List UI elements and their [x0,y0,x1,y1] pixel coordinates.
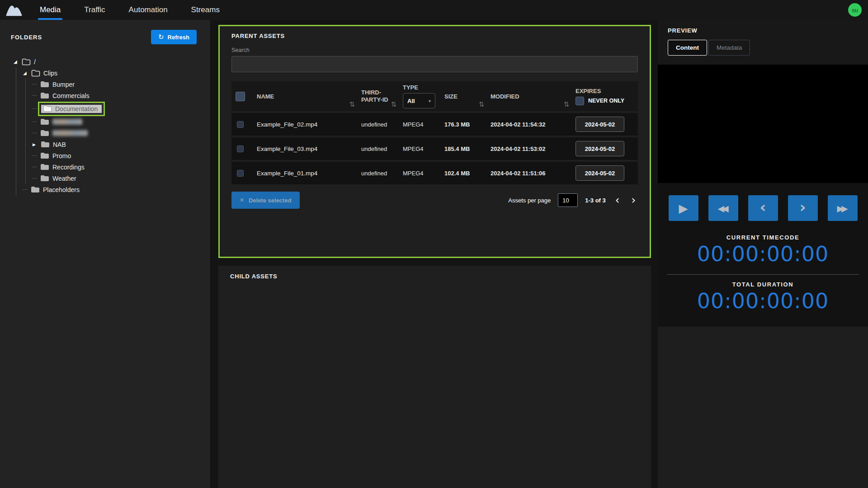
expires-date-button[interactable]: 2024-05-02 [576,117,624,132]
tree-connector [23,189,28,190]
tab-metadata[interactable]: Metadata [708,40,750,56]
tree-connector [33,155,37,156]
asset-row[interactable]: Example_File_02.mp4 undefined MPEG4 176.… [231,113,638,136]
folder-item-blurred-2[interactable] [33,127,197,139]
asset-modified: 2024-04-02 11:51:06 [491,170,576,177]
folder-icon [40,175,49,182]
asset-type: MPEG4 [403,170,444,177]
chevron-down-icon: ▾ [429,99,431,103]
asset-row[interactable]: Example_File_01.mp4 undefined MPEG4 102.… [231,162,638,184]
folder-label: Documentation [55,105,98,113]
sort-icon-size[interactable]: ⇅ [478,100,491,108]
content-row: FOLDERS ↻ Refresh ◢ / [0,20,868,488]
step-forward-button[interactable]: › [788,195,818,221]
folders-title: FOLDERS [11,34,42,41]
folder-item-nab[interactable]: ▶ NAB [33,139,197,150]
folder-label: Placeholders [43,186,80,193]
type-filter-value: All [407,98,415,104]
nav-tab-media[interactable]: Media [28,0,72,20]
asset-third-party-id: undefined [361,121,403,128]
fast-forward-button[interactable]: ▶▶ [828,195,858,221]
header-checkbox-cell [231,81,257,111]
playback-buttons: ▶ ◀◀ ‹ › ▶▶ [669,195,858,221]
folder-item-documentation-selected[interactable]: Documentation [33,101,197,116]
per-page-input[interactable] [558,193,578,207]
select-all-checkbox[interactable] [236,92,245,101]
sort-icon-name[interactable]: ⇅ [349,100,361,108]
expand-arrow-icon[interactable]: ◢ [14,59,19,64]
sort-icon-modified[interactable]: ⇅ [563,100,576,108]
folder-item-recordings[interactable]: Recordings [33,161,197,173]
folder-icon [31,186,40,193]
folder-item-clips[interactable]: ◢ Clips [23,67,197,79]
row-checkbox[interactable] [237,121,244,128]
asset-modified: 2024-04-02 11:54:32 [491,121,576,128]
nav-tab-streams[interactable]: Streams [179,0,231,20]
folder-label: Promo [52,152,71,160]
column-header-type: TYPE All ▾ [403,81,444,111]
folder-open-icon [31,70,40,77]
page-next-icon[interactable]: › [629,195,638,206]
rewind-button[interactable]: ◀◀ [708,195,738,221]
expand-arrow-icon[interactable]: ◢ [23,70,28,75]
folder-item-root[interactable]: ◢ / [14,56,197,67]
folder-item-placeholders[interactable]: Placeholders [23,184,197,195]
pagination-controls: Assets per page 1-3 of 3 ‹ › [508,193,638,207]
tree-connector [33,122,37,122]
folder-item-commercials[interactable]: Commercials [33,90,197,101]
never-only-checkbox[interactable] [576,97,584,105]
tree-connector [33,95,37,96]
preview-bottom-filler [658,327,868,488]
user-avatar[interactable]: su [848,3,862,17]
tree-connector [33,84,37,84]
nav-tab-traffic[interactable]: Traffic [72,0,117,20]
folder-item-weather[interactable]: Weather [33,173,197,184]
folder-item-promo[interactable]: Promo [33,150,197,161]
tab-content[interactable]: Content [668,40,707,56]
nav-tab-automation[interactable]: Automation [117,0,179,20]
play-button[interactable]: ▶ [669,195,698,221]
nav-tab-traffic-label: Traffic [84,5,105,14]
row-checkbox-cell [231,121,257,128]
video-preview-area [658,65,868,183]
refresh-icon: ↻ [158,33,164,41]
close-icon: × [240,196,244,205]
step-back-button[interactable]: ‹ [748,195,778,221]
selected-folder-highlight[interactable]: Documentation [40,104,103,114]
blurred-folder-label [52,130,88,136]
folder-icon [43,105,52,113]
row-checkbox[interactable] [237,145,244,152]
current-timecode-value: 00:00:00:00 [697,242,829,266]
preview-tabs: Content Metadata [668,40,868,56]
preview-header: PREVIEW Content Metadata [658,20,868,65]
page-prev-icon[interactable]: ‹ [613,195,622,206]
folder-icon [40,152,49,160]
tree-connector [33,133,37,133]
row-checkbox[interactable] [237,170,244,177]
main-column: PARENT ASSETS Search NAME ⇅ THIRD-PARTY-… [210,20,658,488]
folder-label: NAB [53,141,66,148]
expires-date-button[interactable]: 2024-05-02 [576,141,624,156]
blurred-folder-label [52,119,82,125]
refresh-label: Refresh [168,34,189,41]
total-duration-label: TOTAL DURATION [732,281,794,288]
collapsed-arrow-icon[interactable]: ▶ [33,142,38,147]
folder-item-blurred-1[interactable] [33,116,197,127]
delete-selected-button[interactable]: × Delete selected [231,192,300,209]
column-header-name: NAME ⇅ [257,81,361,111]
playback-controls-section: ▶ ◀◀ ‹ › ▶▶ CURRENT TIMECODE [658,183,868,327]
expires-date-button[interactable]: 2024-05-02 [576,165,624,181]
child-assets-panel: CHILD ASSETS [218,266,651,488]
asset-size: 185.4 MB [444,145,491,152]
sort-icon-third-party-id[interactable]: ⇅ [391,100,403,108]
asset-expires-cell: 2024-05-02 [576,141,638,156]
search-input[interactable] [231,56,638,72]
step-forward-icon: › [799,198,806,219]
asset-row[interactable]: Example_File_03.mp4 undefined MPEG4 185.… [231,137,638,160]
child-assets-title: CHILD ASSETS [230,273,639,280]
folder-item-bumper[interactable]: Bumper [33,79,197,90]
column-label-size: SIZE [444,93,458,100]
app-logo-icon[interactable] [0,0,28,20]
type-filter-dropdown[interactable]: All ▾ [403,93,435,108]
refresh-button[interactable]: ↻ Refresh [151,30,197,44]
